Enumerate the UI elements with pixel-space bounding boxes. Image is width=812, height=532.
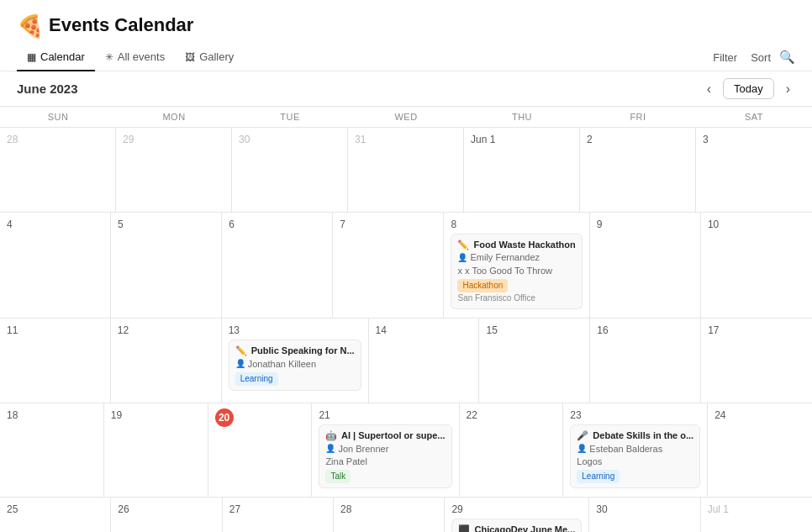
day-header-tue: Tue (232, 107, 348, 127)
cal-day: 15 (479, 319, 590, 403)
all-events-tab-icon: ✳ (105, 51, 113, 63)
nav-tabs: ▦ Calendar ✳ All events 🖼 Gallery Filter… (0, 44, 812, 71)
cal-day: 28 (0, 128, 116, 212)
cal-day: 10 (701, 213, 812, 318)
event-debate-skills[interactable]: 🎤 Debate Skills in the o... Esteban Bald… (570, 424, 700, 488)
tab-gallery[interactable]: 🖼 Gallery (175, 44, 244, 71)
cal-day: 14 (369, 319, 480, 403)
tab-calendar[interactable]: ▦ Calendar (17, 44, 95, 71)
cal-day: Jul 1 (701, 498, 812, 532)
sort-button[interactable]: Sort (746, 48, 776, 67)
cal-day: 17 (701, 319, 812, 403)
app-header: 🍕 Events Calendar (0, 0, 812, 44)
cal-day: 29 (116, 128, 232, 212)
filter-button[interactable]: Filter (708, 48, 742, 67)
search-button[interactable]: 🔍 (779, 50, 795, 65)
cal-day: 24 (708, 403, 812, 497)
calendar-weeks: 28 29 30 31 Jun 1 2 3 4 5 6 7 8 ✏️ Food … (0, 128, 812, 532)
day-header-thu: Thu (464, 107, 580, 127)
cal-day: 28 (334, 498, 445, 532)
cal-day: 5 (111, 213, 222, 318)
today-number: 20 (215, 408, 234, 427)
calendar-header-row: Sun Mon Tue Wed Thu Fri Sat (0, 107, 812, 128)
next-month-button[interactable]: › (781, 80, 795, 98)
day-header-fri: Fri (580, 107, 696, 127)
day-header-wed: Wed (348, 107, 464, 127)
cal-day: 27 (223, 498, 334, 532)
calendar-week: 18 19 20 21 🤖 AI | Supertool or supe... … (0, 403, 812, 498)
cal-day: 19 (104, 403, 208, 497)
calendar-week: 4 5 6 7 8 ✏️ Food Waste Hackathon Emily … (0, 213, 812, 319)
event-food-waste[interactable]: ✏️ Food Waste Hackathon Emily Fernandez … (451, 234, 582, 309)
event-ai-supertool[interactable]: 🤖 AI | Supertool or supe... Jon Brenner … (319, 424, 451, 488)
cal-day-jun23: 23 🎤 Debate Skills in the o... Esteban B… (563, 403, 708, 497)
cal-day: 16 (590, 319, 701, 403)
calendar-week: 28 29 30 31 Jun 1 2 3 (0, 128, 812, 213)
cal-day-jun13: 13 ✏️ Public Speaking for N... Jonathan … (222, 319, 369, 403)
cal-day: 9 (590, 213, 701, 318)
cal-day: Jun 1 (464, 128, 580, 212)
calendar-week: 11 12 13 ✏️ Public Speaking for N... Jon… (0, 319, 812, 403)
month-title: June 2023 (17, 82, 78, 96)
cal-day: 11 (0, 319, 111, 403)
toolbar: June 2023 ‹ Today › (0, 71, 812, 106)
cal-day: 30 (589, 498, 700, 532)
calendar-grid: Sun Mon Tue Wed Thu Fri Sat 28 29 30 31 … (0, 106, 812, 532)
cal-day: 2 (580, 128, 696, 212)
calendar-tab-icon: ▦ (27, 51, 36, 63)
event-tag-learning: Learning (235, 372, 278, 386)
prev-month-button[interactable]: ‹ (702, 80, 716, 98)
tab-all-events[interactable]: ✳ All events (95, 44, 175, 71)
cal-day: 4 (0, 213, 111, 318)
event-chicagodev[interactable]: ⬛ ChicagoDev June Me... Emily Fernandez … (451, 519, 582, 532)
app-title: Events Calendar (49, 14, 193, 36)
cal-day: 30 (232, 128, 348, 212)
cal-day: 6 (222, 213, 333, 318)
today-button[interactable]: Today (723, 78, 774, 99)
calendar-week: 25 26 27 28 29 ⬛ ChicagoDev June Me... E… (0, 498, 812, 532)
cal-day: 3 (696, 128, 812, 212)
cal-day: 22 (460, 403, 564, 497)
cal-day: 26 (111, 498, 222, 532)
day-header-sat: Sat (696, 107, 812, 127)
event-tag-talk: Talk (325, 470, 351, 483)
cal-day-jun29: 29 ⬛ ChicagoDev June Me... Emily Fernand… (445, 498, 589, 532)
cal-day: 18 (0, 403, 104, 497)
day-header-sun: Sun (0, 107, 116, 127)
event-tag-hackathon: Hackathon (457, 279, 508, 292)
cal-day: 25 (0, 498, 111, 532)
cal-day: 12 (111, 319, 222, 403)
cal-day-jun20: 20 (208, 403, 313, 497)
event-public-speaking[interactable]: ✏️ Public Speaking for N... Jonathan Kil… (229, 340, 361, 391)
app-logo: 🍕 (17, 13, 40, 37)
cal-day-jun21: 21 🤖 AI | Supertool or supe... Jon Brenn… (312, 403, 459, 497)
day-header-mon: Mon (116, 107, 232, 127)
cal-day: 7 (333, 213, 444, 318)
cal-day: 31 (348, 128, 464, 212)
cal-day-jun8: 8 ✏️ Food Waste Hackathon Emily Fernande… (444, 213, 589, 318)
event-tag-learning: Learning (577, 470, 620, 483)
gallery-tab-icon: 🖼 (185, 51, 195, 63)
